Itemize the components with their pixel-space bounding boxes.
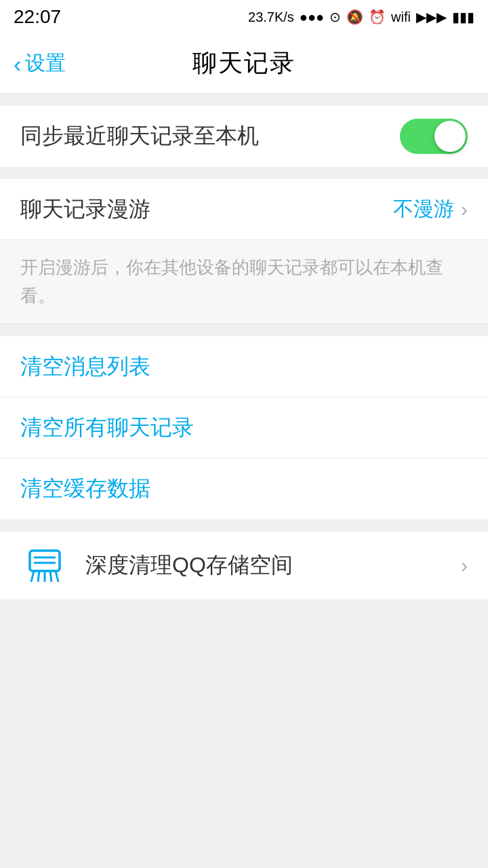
alarm-icon: ⏰ [369, 9, 386, 25]
network-speed: 23.7K/s [248, 9, 294, 25]
broom-icon [20, 541, 69, 590]
bottom-area [0, 599, 488, 868]
deep-clean-left: 深度清理QQ存储空间 [20, 541, 293, 590]
status-bar: 22:07 23.7K/s ●●● ⊙ 🔕 ⏰ wifi ▶▶▶ ▮▮▮ [0, 0, 488, 34]
clear-cache-label: 清空缓存数据 [20, 474, 150, 504]
deep-clean-chevron-icon: › [461, 554, 468, 577]
sync-label: 同步最近聊天记录至本机 [20, 121, 259, 151]
nav-bar: ‹ 设置 聊天记录 [0, 34, 488, 94]
page-title: 聊天记录 [192, 47, 296, 80]
section-gap-2 [0, 167, 488, 179]
svg-line-1 [31, 571, 34, 582]
roaming-right: 不漫游 › [393, 195, 468, 223]
roaming-chevron-icon: › [461, 198, 468, 221]
clear-cache-row[interactable]: 清空缓存数据 [0, 458, 488, 519]
sync-toggle[interactable] [400, 119, 468, 154]
clear-section: 清空消息列表 清空所有聊天记录 清空缓存数据 [0, 336, 488, 519]
section-gap-1 [0, 94, 488, 106]
signal-icon: ●●● [300, 9, 324, 25]
roaming-value: 不漫游 [393, 195, 454, 223]
status-icons: 23.7K/s ●●● ⊙ 🔕 ⏰ wifi ▶▶▶ ▮▮▮ [248, 9, 474, 25]
back-button[interactable]: ‹ 设置 [14, 50, 66, 77]
clear-history-row[interactable]: 清空所有聊天记录 [0, 397, 488, 458]
deep-clean-section: 深度清理QQ存储空间 › [0, 532, 488, 599]
section-gap-3 [0, 324, 488, 336]
cellular-icon: ▶▶▶ [416, 9, 447, 25]
toggle-thumb [434, 121, 466, 152]
clear-history-label: 清空所有聊天记录 [20, 413, 194, 443]
battery-icon: ▮▮▮ [452, 9, 474, 25]
roaming-label: 聊天记录漫游 [20, 195, 150, 224]
svg-line-2 [38, 571, 39, 582]
clear-messages-row[interactable]: 清空消息列表 [0, 336, 488, 397]
roaming-description: 开启漫游后，你在其他设备的聊天记录都可以在本机查看。 [20, 257, 443, 306]
back-label: 设置 [25, 50, 66, 77]
gps-icon: ⊙ [329, 9, 341, 25]
svg-line-4 [50, 571, 52, 582]
deep-clean-label: 深度清理QQ存储空间 [85, 551, 293, 580]
roaming-row[interactable]: 聊天记录漫游 不漫游 › [0, 179, 488, 240]
back-arrow-icon: ‹ [14, 52, 21, 75]
section-gap-4 [0, 519, 488, 532]
mute-icon: 🔕 [346, 9, 363, 25]
deep-clean-row[interactable]: 深度清理QQ存储空间 › [0, 532, 488, 599]
svg-rect-0 [30, 551, 60, 571]
roaming-section: 聊天记录漫游 不漫游 › 开启漫游后，你在其他设备的聊天记录都可以在本机查看。 [0, 179, 488, 324]
sync-section: 同步最近聊天记录至本机 [0, 106, 488, 167]
clear-messages-label: 清空消息列表 [20, 352, 150, 382]
svg-line-5 [56, 571, 58, 582]
roaming-description-block: 开启漫游后，你在其他设备的聊天记录都可以在本机查看。 [0, 240, 488, 324]
sync-toggle-row[interactable]: 同步最近聊天记录至本机 [0, 106, 488, 167]
wifi-icon: wifi [391, 9, 411, 25]
status-time: 22:07 [14, 6, 61, 28]
